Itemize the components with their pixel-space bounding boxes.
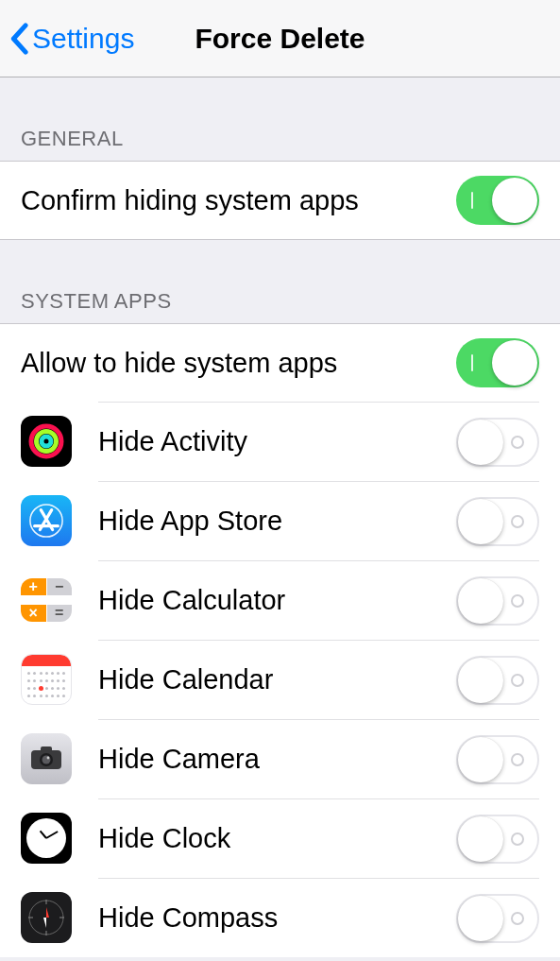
svg-marker-17 <box>46 907 49 918</box>
svg-rect-8 <box>41 746 52 752</box>
navbar: Settings Force Delete <box>0 0 560 77</box>
switch-knob <box>458 420 503 465</box>
row-allow-hide: Allow to hide system apps <box>0 324 560 402</box>
row-hide-activity: Hide Activity <box>0 402 560 481</box>
confirm-hiding-label: Confirm hiding system apps <box>21 185 456 216</box>
hide-activity-switch[interactable] <box>456 418 539 467</box>
row-hide-camera: Hide Camera <box>0 719 560 798</box>
hide-compass-switch[interactable] <box>456 894 539 943</box>
switch-knob <box>492 178 537 223</box>
clock-app-icon <box>21 813 72 864</box>
switch-knob <box>458 896 503 941</box>
hide-calculator-switch[interactable] <box>456 576 539 626</box>
row-hide-compass: Hide Compass <box>0 878 560 957</box>
row-confirm-hiding: Confirm hiding system apps <box>0 162 560 239</box>
switch-knob <box>458 816 503 862</box>
svg-point-11 <box>47 757 50 760</box>
row-hide-clock: Hide Clock <box>0 798 560 878</box>
allow-hide-switch[interactable] <box>456 338 539 387</box>
switch-knob <box>492 340 537 386</box>
switch-knob <box>458 499 503 544</box>
calendar-app-icon <box>21 654 72 705</box>
switch-knob <box>458 737 503 782</box>
hide-calculator-label: Hide Calculator <box>98 585 456 616</box>
group-system-apps: Allow to hide system apps Hide Activity <box>0 323 560 957</box>
svg-point-2 <box>42 437 51 446</box>
row-hide-calendar: Hide Calendar <box>0 640 560 719</box>
hide-calendar-switch[interactable] <box>456 656 539 705</box>
confirm-hiding-switch[interactable] <box>456 176 539 225</box>
camera-app-icon <box>21 733 72 784</box>
section-header-general: General <box>0 77 560 161</box>
svg-point-10 <box>42 756 51 764</box>
hide-compass-label: Hide Compass <box>98 902 456 934</box>
row-hide-calculator: +− ×= Hide Calculator <box>0 560 560 640</box>
svg-marker-18 <box>43 918 46 928</box>
hide-camera-switch[interactable] <box>456 735 539 784</box>
group-general: Confirm hiding system apps <box>0 161 560 240</box>
calculator-app-icon: +− ×= <box>21 575 72 626</box>
back-button[interactable]: Settings <box>9 0 134 77</box>
hide-clock-label: Hide Clock <box>98 823 456 854</box>
chevron-left-icon <box>9 23 28 55</box>
compass-app-icon <box>21 892 72 943</box>
back-label: Settings <box>32 23 134 55</box>
hide-calendar-label: Hide Calendar <box>98 664 456 695</box>
app-store-app-icon <box>21 495 72 546</box>
hide-clock-switch[interactable] <box>456 815 539 864</box>
hide-app-store-label: Hide App Store <box>98 506 456 537</box>
activity-app-icon <box>21 416 72 467</box>
allow-hide-label: Allow to hide system apps <box>21 348 456 379</box>
switch-knob <box>458 658 503 703</box>
row-hide-app-store: Hide App Store <box>0 481 560 560</box>
hide-camera-label: Hide Camera <box>98 744 456 775</box>
hide-activity-label: Hide Activity <box>98 426 456 457</box>
section-header-system-apps: System Apps <box>0 240 560 323</box>
hide-app-store-switch[interactable] <box>456 497 539 546</box>
switch-knob <box>458 578 503 624</box>
